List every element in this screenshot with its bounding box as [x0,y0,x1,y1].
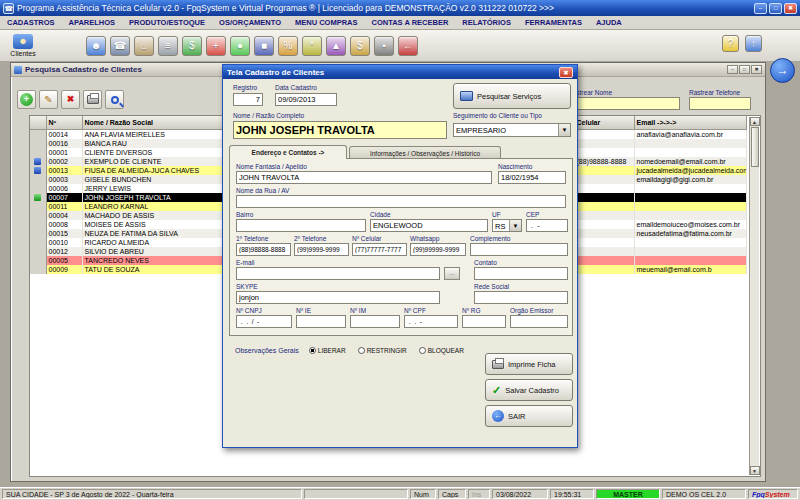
nascimento-input[interactable] [498,171,566,184]
salvar-cadastro-button[interactable]: ✓ Salvar Cadastro [485,379,573,401]
printer-icon[interactable]: ≡ [158,36,178,56]
contato-input[interactable] [474,267,568,280]
home-icon[interactable]: ⌂ [134,36,154,56]
lock-icon-glyph: ▪ [382,41,386,51]
menu-item-relat-rios[interactable]: RELATÓRIOS [455,16,518,30]
scroll-thumb[interactable] [751,127,759,167]
stock-icon[interactable]: ■ [254,36,274,56]
column-header-celular[interactable]: Celular [574,116,634,129]
status-bar: SUA CIDADE - SP 3 de Agosto de 2022 - Qu… [0,487,800,500]
cell-email [634,238,746,247]
complemento-input[interactable] [470,243,568,256]
rua-input[interactable] [236,195,566,208]
modal-close-button[interactable]: ✖ [559,67,573,78]
menu-item-ferramentas[interactable]: FERRAMENTAS [518,16,589,30]
minimize-button[interactable]: – [754,3,767,14]
scroll-down-icon[interactable]: ▼ [750,466,760,475]
data-cadastro-input[interactable] [275,93,337,106]
rg-input[interactable] [462,315,506,328]
row-indicator [30,157,46,166]
cnpj-input[interactable] [236,315,292,328]
modal-titlebar[interactable]: Tela Cadastro de Clientes ✖ [223,65,577,79]
cell-num: 00008 [46,220,82,229]
im-input[interactable] [350,315,400,328]
tools-icon[interactable]: * [302,36,322,56]
skype-input[interactable] [236,291,440,304]
maximize-button[interactable]: □ [769,3,782,14]
print-list-button[interactable] [83,90,102,109]
cell-celular [574,202,634,211]
menu-item-os-or-amento[interactable]: OS/ORÇAMENTO [212,16,288,30]
cell-email: emaildagigi@gigi.com.br [634,175,746,184]
telefone2-input[interactable] [294,243,349,256]
menu-item-menu-compras[interactable]: MENU COMPRAS [288,16,365,30]
grid-scrollbar[interactable]: ▲ ▼ [749,117,759,475]
cep-input[interactable] [526,219,568,232]
preview-button[interactable] [105,90,124,109]
edit-client-button[interactable]: ✎ [39,90,58,109]
clients-icon[interactable]: ☻ [86,36,106,56]
bairro-input[interactable] [236,219,366,232]
nome-fantasia-input[interactable] [236,171,492,184]
child-close-button[interactable]: ✖ [751,65,762,74]
menu-item-aparelhos[interactable]: APARELHOS [62,16,123,30]
new-os-icon[interactable]: + [206,36,226,56]
status-icon[interactable]: ● [230,36,250,56]
add-client-button[interactable]: + [17,90,36,109]
cell-email: nomedoemail@email.com.br [634,157,746,166]
tab-endereco-contatos[interactable]: Endereço e Contatos -> [229,145,347,159]
registro-input[interactable] [233,93,263,106]
whatsapp-input[interactable] [410,243,466,256]
radio-liberar[interactable]: LIBERAR [309,347,346,354]
celular-input[interactable] [352,243,407,256]
orgao-emissor-input[interactable] [510,315,568,328]
exit-icon-glyph: ← [403,41,413,51]
cell-num: 00002 [46,157,82,166]
cidade-input[interactable] [370,219,488,232]
trace-phone-input[interactable] [689,97,751,110]
exit-icon[interactable]: ← [398,36,418,56]
app-icon: ☎ [3,3,14,14]
rede-social-input[interactable] [474,291,568,304]
phone-icon[interactable]: ☎ [110,36,130,56]
reports-icon[interactable]: ▲ [326,36,346,56]
column-header-n-[interactable]: Nº [46,116,82,129]
cell-num: 00015 [46,229,82,238]
menu-item-contas-a-receber[interactable]: CONTAS A RECEBER [365,16,456,30]
delete-client-button[interactable]: ✖ [61,90,80,109]
imprime-ficha-button[interactable]: Imprime Ficha [485,353,573,375]
clients-shortcut-button[interactable]: ☻ Clientes [0,34,46,57]
uf-select[interactable]: RS ▼ [492,219,522,232]
percent-icon[interactable]: % [278,36,298,56]
help-icon[interactable]: ? [722,35,739,52]
status-demo: DEMO OS CEL 2.0 [662,489,746,499]
scroll-up-icon[interactable]: ▲ [750,117,760,126]
column-header-email-[interactable]: Email ->->-> [634,116,746,129]
menu-item-ajuda[interactable]: AJUDA [589,16,629,30]
nome-completo-input[interactable] [233,121,447,139]
lock-icon[interactable]: ▪ [374,36,394,56]
printer-icon [87,95,99,104]
money-icon[interactable]: $ [350,36,370,56]
email-lookup-button[interactable]: ... [444,267,460,280]
child-maximize-button[interactable]: □ [739,65,750,74]
menu-item-produto-estoque[interactable]: PRODUTO/ESTOQUE [122,16,212,30]
email-input[interactable] [236,267,440,280]
pesquisar-servicos-button[interactable]: Pesquisar Serviços [453,83,571,109]
collapse-icon[interactable]: ↑ [745,35,762,52]
cell-num: 00004 [46,211,82,220]
cpf-input[interactable] [404,315,458,328]
close-button[interactable]: ✖ [784,3,797,14]
trace-name-input[interactable] [568,97,680,110]
child-minimize-button[interactable]: – [727,65,738,74]
seguimento-select[interactable]: EMPRESARIO ▼ [453,123,571,137]
telefone1-input[interactable] [236,243,291,256]
add-icon: + [20,93,33,106]
radio-restringir[interactable]: RESTRINGIR [358,347,407,354]
go-arrow-button[interactable]: → [770,58,795,83]
cash-icon[interactable]: $ [182,36,202,56]
ie-input[interactable] [296,315,346,328]
sair-button[interactable]: ← SAIR [485,405,573,427]
radio-bloquear[interactable]: BLOQUEAR [419,347,464,354]
menu-item-cadastros[interactable]: CADASTROS [0,16,62,30]
